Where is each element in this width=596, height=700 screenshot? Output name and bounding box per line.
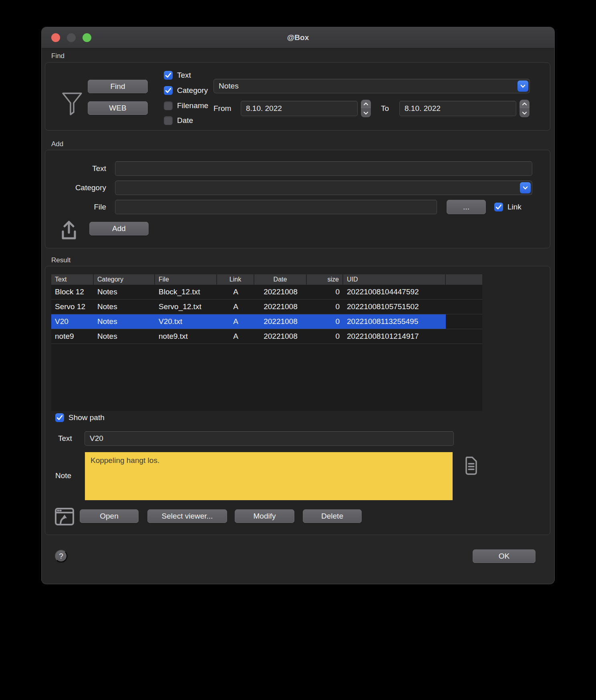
result-panel: Text Category File Link Date size UID Bl… bbox=[45, 266, 550, 535]
cell-date: 20221008 bbox=[254, 300, 307, 314]
table-row[interactable]: Block 12 Notes Block_12.txt A 20221008 0… bbox=[51, 285, 482, 300]
help-button[interactable]: ? bbox=[55, 550, 67, 562]
find-panel: Find WEB Text Category Filename Date Not… bbox=[45, 62, 550, 131]
cell-uid: 20221008105751502 bbox=[343, 300, 446, 314]
column-header-link[interactable]: Link bbox=[217, 274, 254, 285]
table-row[interactable]: note9 Notes note9.txt A 20221008 0 20221… bbox=[51, 329, 482, 344]
column-header-blank bbox=[446, 274, 482, 285]
add-section-label: Add bbox=[51, 140, 63, 148]
delete-button[interactable]: Delete bbox=[303, 509, 362, 523]
cell-blank bbox=[446, 300, 482, 314]
column-header-uid[interactable]: UID bbox=[343, 274, 446, 285]
upload-icon bbox=[58, 219, 79, 241]
cell-blank bbox=[446, 329, 482, 344]
stepper-down-icon[interactable] bbox=[361, 109, 371, 118]
cell-uid: 20221008104447592 bbox=[343, 285, 446, 299]
filter-icon bbox=[61, 92, 83, 117]
add-text-input[interactable] bbox=[115, 161, 532, 176]
checkbox-empty-icon bbox=[164, 116, 173, 125]
text-checkbox-label: Text bbox=[177, 71, 191, 80]
category-checkbox-label: Category bbox=[177, 86, 208, 95]
cell-text: Block 12 bbox=[51, 285, 94, 299]
note-label: Note bbox=[55, 471, 71, 480]
result-text-field[interactable] bbox=[85, 431, 454, 446]
add-file-label: File bbox=[45, 200, 106, 214]
table-row-selected[interactable]: V20 Notes V20.txt A 20221008 0 202210081… bbox=[51, 314, 482, 329]
select-viewer-button[interactable]: Select viewer... bbox=[147, 509, 227, 523]
to-label: To bbox=[381, 101, 389, 116]
cell-blank bbox=[446, 285, 482, 299]
date-checkbox-label: Date bbox=[177, 116, 193, 125]
to-date-stepper[interactable] bbox=[519, 100, 530, 117]
cell-size: 0 bbox=[307, 329, 343, 344]
checkbox-empty-icon bbox=[164, 101, 173, 110]
window-title: @Box bbox=[287, 33, 309, 42]
cell-text: Servo 12 bbox=[51, 300, 94, 314]
note-textarea[interactable]: Koppeling hangt los. bbox=[85, 452, 453, 500]
cell-uid: 20221008101214917 bbox=[343, 329, 446, 344]
from-date-stepper[interactable] bbox=[361, 100, 371, 117]
from-label: From bbox=[213, 101, 231, 116]
cell-file: Block_12.txt bbox=[155, 285, 217, 299]
browse-file-button[interactable]: ... bbox=[447, 200, 486, 214]
cell-link: A bbox=[217, 329, 254, 344]
cell-date: 20221008 bbox=[254, 329, 307, 344]
category-checkbox[interactable]: Category bbox=[164, 86, 208, 95]
add-category-label: Category bbox=[45, 181, 106, 195]
cell-link: A bbox=[217, 300, 254, 314]
cell-size: 0 bbox=[307, 300, 343, 314]
find-category-select[interactable]: Notes bbox=[213, 79, 530, 93]
table-row[interactable]: Servo 12 Notes Servo_12.txt A 20221008 0… bbox=[51, 300, 482, 314]
traffic-lights bbox=[51, 27, 91, 48]
cell-category: Notes bbox=[94, 300, 155, 314]
show-path-checkbox[interactable]: Show path bbox=[55, 413, 105, 422]
cell-file: V20.txt bbox=[155, 314, 217, 329]
date-checkbox[interactable]: Date bbox=[164, 116, 193, 125]
open-external-window-icon bbox=[54, 507, 74, 527]
table-header-row: Text Category File Link Date size UID bbox=[51, 274, 482, 285]
column-header-category[interactable]: Category bbox=[94, 274, 155, 285]
cell-text: V20 bbox=[51, 314, 94, 329]
from-date-field[interactable] bbox=[241, 101, 358, 116]
cell-category: Notes bbox=[94, 285, 155, 299]
checkbox-check-icon bbox=[164, 86, 173, 95]
add-category-select[interactable] bbox=[115, 181, 532, 195]
modify-button[interactable]: Modify bbox=[235, 509, 294, 523]
chevron-down-icon[interactable] bbox=[517, 80, 528, 92]
column-header-date[interactable]: Date bbox=[254, 274, 307, 285]
cell-size: 0 bbox=[307, 285, 343, 299]
find-button[interactable]: Find bbox=[88, 80, 148, 93]
find-section-label: Find bbox=[51, 52, 64, 60]
add-file-input[interactable] bbox=[115, 200, 437, 214]
cell-file: Servo_12.txt bbox=[155, 300, 217, 314]
cell-text: note9 bbox=[51, 329, 94, 344]
checkbox-check-icon bbox=[164, 71, 173, 80]
note-document-icon[interactable] bbox=[463, 456, 478, 475]
chevron-down-icon[interactable] bbox=[520, 182, 531, 193]
web-button[interactable]: WEB bbox=[88, 101, 148, 115]
stepper-down-icon[interactable] bbox=[519, 109, 530, 118]
open-button[interactable]: Open bbox=[80, 509, 139, 523]
link-checkbox-label: Link bbox=[507, 203, 522, 211]
cell-uid: 20221008113255495 bbox=[343, 314, 446, 329]
column-header-file[interactable]: File bbox=[155, 274, 217, 285]
link-checkbox[interactable]: Link bbox=[494, 203, 522, 211]
column-header-size[interactable]: size bbox=[307, 274, 343, 285]
text-checkbox[interactable]: Text bbox=[164, 71, 191, 80]
add-button[interactable]: Add bbox=[89, 222, 149, 235]
to-date-field[interactable] bbox=[399, 101, 516, 116]
stepper-up-icon[interactable] bbox=[361, 100, 371, 109]
zoom-window-button[interactable] bbox=[83, 33, 91, 42]
checkbox-check-icon bbox=[55, 413, 64, 422]
checkbox-check-icon bbox=[494, 203, 503, 211]
filename-checkbox[interactable]: Filename bbox=[164, 101, 208, 110]
minimize-window-button[interactable] bbox=[67, 33, 76, 42]
dialog-window: @Box Find Find WEB Text Category Filenam… bbox=[42, 27, 554, 584]
result-table: Text Category File Link Date size UID Bl… bbox=[51, 274, 482, 411]
stepper-up-icon[interactable] bbox=[519, 100, 530, 109]
cell-date: 20221008 bbox=[254, 314, 307, 329]
ok-button[interactable]: OK bbox=[473, 549, 536, 563]
close-window-button[interactable] bbox=[51, 33, 60, 42]
column-header-text[interactable]: Text bbox=[51, 274, 94, 285]
cell-link: A bbox=[217, 285, 254, 299]
